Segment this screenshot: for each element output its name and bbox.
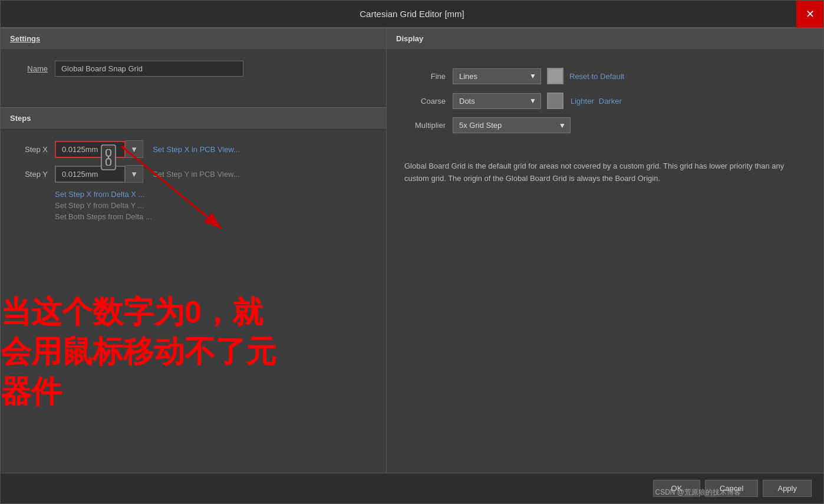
dialog-window: Cartesian Grid Editor [mm] ✕ Settings Na…	[0, 0, 824, 504]
fine-color-swatch[interactable]	[547, 68, 563, 84]
step-x-label: Step X	[12, 145, 48, 154]
darker-button[interactable]: Darker	[599, 97, 622, 106]
name-label: Name	[12, 64, 48, 73]
set-y-from-delta-link: Set Step Y from Delta Y ...	[55, 201, 374, 210]
fine-row: Fine Lines Dots Crosses ▼ Reset to Defau…	[398, 68, 812, 84]
set-step-y-link[interactable]: Set Step Y in PCB View...	[153, 170, 239, 179]
apply-button[interactable]: Apply	[763, 480, 812, 497]
close-button[interactable]: ✕	[796, 1, 823, 28]
chinese-annotation: 当这个数字为0，就会用鼠标移动不了元器件	[1, 252, 378, 411]
display-form: Fine Lines Dots Crosses ▼ Reset to Defau…	[398, 61, 812, 149]
lighter-darker-controls: Lighter Darker	[571, 97, 622, 106]
step-x-row: Step X ▼ Set Step X in PCB View...	[12, 140, 374, 158]
step-x-dropdown-arrow: ▼	[130, 145, 138, 154]
multiplier-row: Multiplier 5x Grid Step 2x Grid Step 3x …	[398, 117, 812, 133]
steps-label: Steps	[10, 114, 31, 123]
description-text: Global Board Grid is the default grid fo…	[398, 160, 812, 185]
multiplier-select-wrapper: 5x Grid Step 2x Grid Step 3x Grid Step 4…	[453, 117, 571, 133]
main-content: Settings Name Steps Step X	[1, 28, 823, 473]
coarse-color-swatch[interactable]	[547, 93, 563, 109]
display-section-header: Display	[387, 28, 823, 49]
lighter-button[interactable]: Lighter	[571, 97, 594, 106]
steps-section-header: Steps	[1, 107, 386, 129]
coarse-label: Coarse	[398, 97, 446, 106]
name-row: Name	[12, 61, 374, 77]
title-bar: Cartesian Grid Editor [mm] ✕	[1, 1, 823, 28]
left-panel: Settings Name Steps Step X	[1, 28, 387, 473]
dialog-title: Cartesian Grid Editor [mm]	[360, 9, 464, 19]
set-x-from-delta-link[interactable]: Set Step X from Delta X ...	[55, 190, 374, 199]
step-y-row: Step Y ▼ Set Step Y in PCB View...	[12, 165, 374, 183]
right-panel: Display Fine Lines Dots Crosses ▼	[387, 28, 823, 473]
settings-section-header: Settings	[1, 28, 386, 49]
fine-select[interactable]: Lines Dots Crosses	[453, 68, 541, 84]
steps-content: Step X ▼ Set Step X in PCB View...	[1, 129, 386, 235]
display-label: Display	[396, 34, 423, 43]
coarse-select-wrapper: Dots Lines Crosses ▼	[453, 93, 541, 109]
multiplier-select[interactable]: 5x Grid Step 2x Grid Step 3x Grid Step 4…	[453, 117, 571, 133]
multiplier-label: Multiplier	[398, 121, 446, 130]
settings-content: Name	[1, 49, 386, 95]
chain-icon-wrapper[interactable]	[100, 141, 117, 173]
fine-select-wrapper: Lines Dots Crosses ▼	[453, 68, 541, 84]
step-y-label: Step Y	[12, 170, 48, 179]
step-y-dropdown-arrow: ▼	[130, 170, 138, 179]
coarse-row: Coarse Dots Lines Crosses ▼ Lighter Dark…	[398, 93, 812, 109]
coarse-select[interactable]: Dots Lines Crosses	[453, 93, 541, 109]
step-x-dropdown[interactable]: ▼	[126, 140, 143, 158]
extra-links: Set Step X from Delta X ... Set Step Y f…	[12, 190, 374, 221]
step-y-dropdown[interactable]: ▼	[126, 165, 143, 183]
svg-rect-0	[106, 149, 111, 156]
set-both-from-delta-link: Set Both Steps from Delta ...	[55, 212, 374, 221]
svg-rect-1	[106, 159, 111, 166]
set-step-x-link[interactable]: Set Step X in PCB View...	[153, 145, 240, 154]
watermark: CSDN @荒原狼的技术博客	[655, 487, 741, 498]
fine-label: Fine	[398, 72, 446, 81]
name-input[interactable]	[55, 61, 243, 77]
settings-label: Settings	[10, 34, 40, 43]
chain-link-icon	[101, 144, 116, 170]
reset-to-default-button[interactable]: Reset to Default	[569, 72, 624, 81]
